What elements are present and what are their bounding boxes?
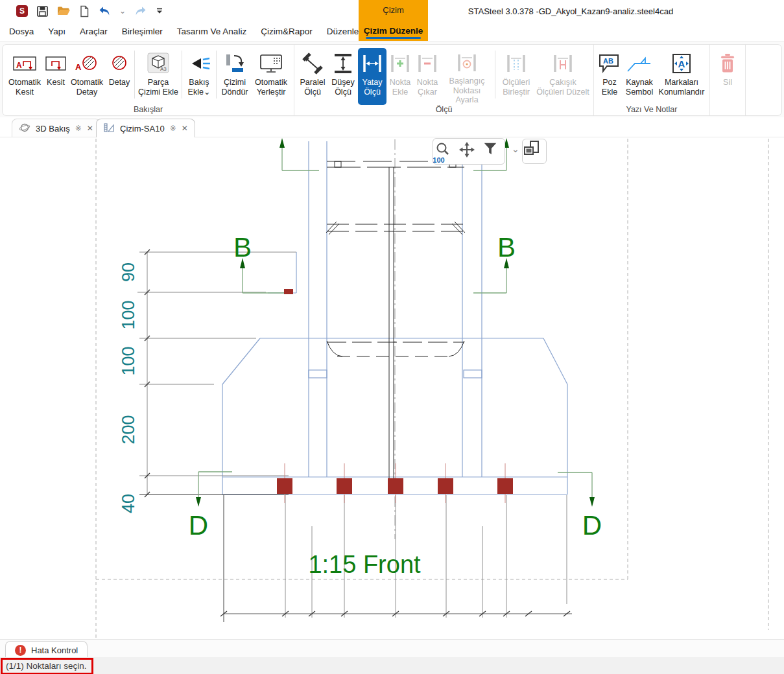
ribbon-separator <box>182 51 182 99</box>
svg-text:AB: AB <box>603 57 613 65</box>
nokta-cikar-button: Nokta Çıkar <box>414 48 441 105</box>
layout-tool-icon[interactable] <box>522 139 547 164</box>
new-document-icon[interactable] <box>79 5 89 17</box>
window-title: STASteel 3.0.378 -GD_Akyol_Kazan9-analiz… <box>428 6 713 16</box>
svg-text:A: A <box>678 58 685 69</box>
left-dimension-chain <box>137 252 296 495</box>
document-tab-strip: 3D Bakış ※ ✕ Çizim-SA10 ※ ✕ <box>0 117 784 137</box>
markalari-konumlandir-icon: A <box>669 49 694 78</box>
baslangic-noktasi-ayarla-icon <box>456 49 478 76</box>
nokta-ekle-button: Nokta Ekle <box>386 48 414 105</box>
parca-cizimi-ekle-label: Parça Çizimi Ekle <box>137 78 180 97</box>
kesit-icon <box>44 49 67 78</box>
customize-toolbar-icon[interactable] <box>156 7 163 15</box>
weld-mark <box>284 289 293 294</box>
menu-dosya[interactable]: Dosya <box>9 27 34 36</box>
detay-label: Detay <box>109 78 130 87</box>
markalari-konumlandir-label: Markaları Konumlandır <box>656 78 707 97</box>
menu-tasarim-ve-analiz[interactable]: Tasarım Ve Analiz <box>177 27 246 36</box>
drawing-canvas[interactable]: B B D D 1:15 Front 90 100 100 200 40 100… <box>0 137 784 639</box>
olculeri-birlestir-label: Ölçüleri Birleştir <box>497 78 535 97</box>
hata-kontrol-tab[interactable]: ! Hata Kontrol <box>5 641 88 658</box>
save-icon[interactable] <box>36 5 49 17</box>
poz-ekle-button[interactable]: AB Poz Ekle <box>597 48 623 105</box>
dim-40: 40 <box>119 494 138 513</box>
cizimi-dondur-button[interactable]: Çizimi Döndür <box>219 48 251 105</box>
detay-icon <box>109 49 130 78</box>
section-marker-b-right: B <box>497 232 516 262</box>
zoom-tool[interactable]: 100 <box>434 141 455 162</box>
menu-duzenle[interactable]: Düzenle <box>327 27 359 36</box>
dusey-olcu-label: Düşey Ölçü <box>328 78 358 97</box>
menu-birlesimler[interactable]: Birleşimler <box>122 27 163 36</box>
otomatik-kesit-button[interactable]: A Otomatik Kesit <box>5 48 44 105</box>
bakis-ekle-button[interactable]: Bakış Ekle⌄ <box>184 48 214 105</box>
ribbon-context-tab[interactable]: Çizim Çizim Düzenle <box>359 0 428 41</box>
otomatik-yerlestir-button[interactable]: Otomatik Yerleştir <box>251 48 291 105</box>
pan-tool-icon[interactable] <box>458 141 479 162</box>
dusey-olcu-icon <box>332 49 354 78</box>
undo-icon[interactable] <box>98 6 111 16</box>
dusey-olcu-button[interactable]: Düşey Ölçü <box>328 48 358 105</box>
parca-cizimi-ekle-icon: A3 <box>145 49 171 78</box>
detay-button[interactable]: Detay <box>106 48 132 105</box>
status-message-row: (1/1) Noktaları seçin. <box>0 657 784 674</box>
app-logo-icon[interactable]: S <box>16 5 28 17</box>
kesit-button[interactable]: Kesit <box>44 48 67 105</box>
tab-cizim-sa10[interactable]: Çizim-SA10 ※ ✕ <box>96 119 195 137</box>
pin-icon[interactable]: ※ <box>75 124 82 133</box>
canvas-toolbar: 100 <box>433 138 505 165</box>
tab-3d-bakis[interactable]: 3D Bakış ※ ✕ <box>12 119 101 137</box>
menu-cizim-rapor[interactable]: Çizim&Rapor <box>261 27 313 36</box>
parca-cizimi-ekle-button[interactable]: A3 Parça Çizimi Ekle <box>137 48 180 105</box>
section-marker-d-right: D <box>582 510 602 540</box>
column-outline <box>268 141 482 477</box>
svg-text:A: A <box>75 62 82 72</box>
filter-tool-icon[interactable] <box>482 141 503 162</box>
redo-icon[interactable] <box>134 6 147 16</box>
cakisik-olculeri-duzelt-label: Çakışık Ölçüleri Düzelt <box>535 78 591 97</box>
svg-text:A: A <box>16 61 22 70</box>
yatay-olcu-label: Yatay Ölçü <box>358 78 386 97</box>
group-label-bakislar: Bakışlar <box>3 105 294 115</box>
menu-araclar[interactable]: Araçlar <box>80 27 108 36</box>
pin-icon[interactable]: ※ <box>170 124 176 133</box>
ribbon: A Otomatik Kesit Kesit A O <box>0 41 784 117</box>
otomatik-kesit-label: Otomatik Kesit <box>5 78 44 97</box>
menu-yapi[interactable]: Yapı <box>48 27 65 36</box>
error-badge-icon: ! <box>15 645 26 656</box>
dim-90: 90 <box>119 262 138 282</box>
context-tab-underline <box>366 37 421 39</box>
svg-text:A3: A3 <box>160 66 167 72</box>
view-boundary <box>96 139 768 640</box>
anchor-bolts <box>277 478 513 494</box>
otomatik-detay-icon: A <box>73 49 101 78</box>
paralel-olcu-icon <box>301 49 324 78</box>
context-tab-active-label[interactable]: Çizim Düzenle <box>359 26 428 36</box>
close-icon[interactable]: ✕ <box>87 124 93 133</box>
zoom-level-value: 100 <box>433 156 444 164</box>
close-icon[interactable]: ✕ <box>182 124 188 133</box>
cizimi-dondur-icon <box>222 49 247 78</box>
section-marker-b-left: B <box>233 232 252 262</box>
toolbar-chevron-down-icon[interactable]: ⌄ <box>512 144 519 154</box>
context-tab-group-label: Çizim <box>359 5 428 15</box>
otomatik-detay-button[interactable]: A Otomatik Detay <box>67 48 106 105</box>
sil-trash-icon <box>719 49 737 78</box>
undo-dropdown-icon[interactable]: ⌄ <box>119 6 126 16</box>
bakis-ekle-label: Bakış Ekle⌄ <box>184 78 214 97</box>
paralel-olcu-button[interactable]: Paralel Ölçü <box>297 48 328 105</box>
bakis-ekle-icon <box>187 49 211 78</box>
kaynak-sembol-button[interactable]: Kaynak Sembol <box>623 48 656 105</box>
otomatik-detay-label: Otomatik Detay <box>67 78 106 97</box>
yatay-olcu-button[interactable]: Yatay Ölçü <box>358 48 386 105</box>
markalari-konumlandir-button[interactable]: A Markaları Konumlandır <box>656 48 707 105</box>
hata-kontrol-label: Hata Kontrol <box>31 645 78 655</box>
yatay-olcu-icon <box>361 49 383 78</box>
cad-drawing-svg[interactable]: B B D D 1:15 Front 90 100 100 200 40 <box>0 137 784 640</box>
otomatik-yerlestir-icon <box>258 49 284 78</box>
open-folder-icon[interactable] <box>57 6 71 16</box>
dim-200: 200 <box>119 415 138 444</box>
kaynak-sembol-icon <box>626 49 653 78</box>
tab-3d-bakis-label: 3D Bakış <box>36 124 70 134</box>
